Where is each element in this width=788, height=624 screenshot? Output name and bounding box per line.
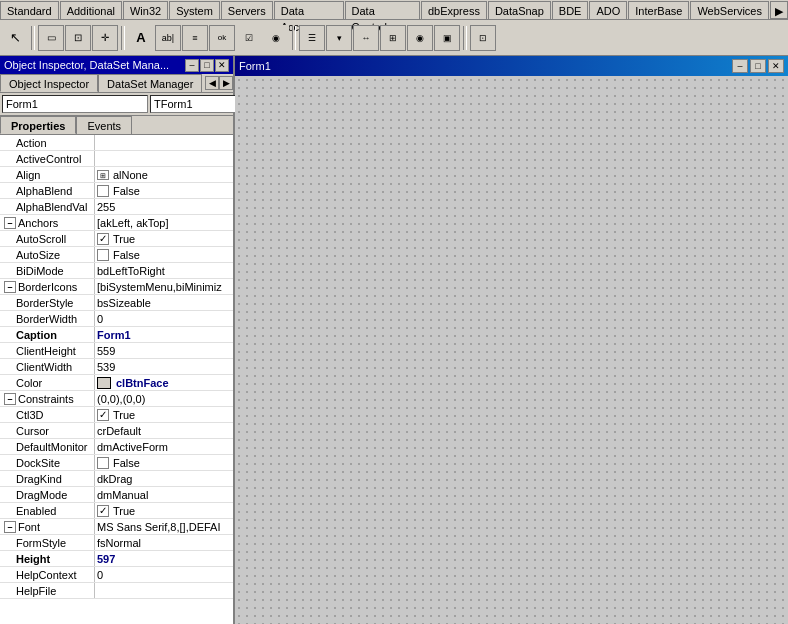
prop-name: AutoScroll — [0, 231, 95, 246]
prop-value: ✓True — [95, 503, 233, 518]
prop-row[interactable]: DragKinddkDrag — [0, 471, 233, 487]
radio-tool[interactable]: ◉ — [263, 25, 289, 51]
form-maximize-btn[interactable]: □ — [750, 59, 766, 73]
prop-value: ⊞alNone — [95, 167, 233, 182]
prop-row[interactable]: AutoScroll✓True — [0, 231, 233, 247]
prop-checkbox[interactable] — [97, 457, 109, 469]
prop-row[interactable]: BiDiModebdLeftToRight — [0, 263, 233, 279]
tab-interbase[interactable]: InterBase — [628, 1, 689, 19]
tool-extra[interactable]: ⊡ — [470, 25, 496, 51]
prop-row[interactable]: –BorderIcons[biSystemMenu,biMinimiz — [0, 279, 233, 295]
tab-datasnap[interactable]: DataSnap — [488, 1, 551, 19]
tab-webservices[interactable]: WebServices — [690, 1, 769, 19]
prop-row[interactable]: Ctl3D✓True — [0, 407, 233, 423]
prop-row[interactable]: FormStylefsNormal — [0, 535, 233, 551]
tab-data-access[interactable]: Data Access — [274, 1, 344, 19]
prop-name: Caption — [0, 327, 95, 342]
prop-row[interactable]: BorderWidth0 — [0, 311, 233, 327]
inspector-maximize-btn[interactable]: □ — [200, 59, 214, 72]
tab-bde[interactable]: BDE — [552, 1, 589, 19]
prop-value: [akLeft, akTop] — [95, 215, 233, 230]
prop-name: HelpContext — [0, 567, 95, 582]
prop-row[interactable]: DragModedmManual — [0, 487, 233, 503]
tool-panel[interactable]: ▣ — [434, 25, 460, 51]
prop-row[interactable]: AlphaBlendVal255 — [0, 199, 233, 215]
prop-name: Ctl3D — [0, 407, 95, 422]
tab-ado[interactable]: ADO — [589, 1, 627, 19]
prop-checkbox[interactable] — [97, 185, 109, 197]
prop-value: Form1 — [95, 327, 233, 342]
button-tool[interactable]: ok — [209, 25, 235, 51]
frame-tool[interactable]: ▭ — [38, 25, 64, 51]
tool-2[interactable]: ⊡ — [65, 25, 91, 51]
prop-row[interactable]: –Anchors[akLeft, akTop] — [0, 215, 233, 231]
prop-row[interactable]: AutoSizeFalse — [0, 247, 233, 263]
prop-expand-icon[interactable]: – — [4, 217, 16, 229]
tab-data-controls[interactable]: Data Controls — [345, 1, 420, 19]
prop-name: AlphaBlend — [0, 183, 95, 198]
prop-name: ClientHeight — [0, 343, 95, 358]
prop-checkbox[interactable]: ✓ — [97, 505, 109, 517]
tool-listbox[interactable]: ☰ — [299, 25, 325, 51]
prop-row[interactable]: ClientHeight559 — [0, 343, 233, 359]
object-name-input[interactable] — [2, 95, 148, 113]
properties-tab[interactable]: Properties — [0, 116, 76, 134]
prop-row[interactable]: –FontMS Sans Serif,8,[],DEFAI — [0, 519, 233, 535]
prop-row[interactable]: CaptionForm1 — [0, 327, 233, 343]
prop-row[interactable]: HelpContext0 — [0, 567, 233, 583]
prop-row[interactable]: CursorcrDefault — [0, 423, 233, 439]
prop-checkbox[interactable]: ✓ — [97, 409, 109, 421]
prop-value: bdLeftToRight — [95, 263, 233, 278]
tab-system[interactable]: System — [169, 1, 220, 19]
tool-scrollbar[interactable]: ↔ — [353, 25, 379, 51]
prop-checkbox[interactable] — [97, 249, 109, 261]
inspector-nav-left[interactable]: ◀ — [205, 76, 219, 90]
prop-row[interactable]: ClientWidth539 — [0, 359, 233, 375]
prop-name: –Font — [0, 519, 95, 534]
prop-name: ActiveControl — [0, 151, 95, 166]
inspector-tab-dataset[interactable]: DataSet Manager — [98, 74, 202, 92]
edit-tool[interactable]: ab| — [155, 25, 181, 51]
form-close-btn[interactable]: ✕ — [768, 59, 784, 73]
main-area: Object Inspector, DataSet Mana... – □ ✕ … — [0, 56, 788, 624]
prop-row[interactable]: HelpFile — [0, 583, 233, 599]
inspector-nav-right[interactable]: ▶ — [219, 76, 233, 90]
checkbox-tool[interactable]: ☑ — [236, 25, 262, 51]
inspector-close-btn[interactable]: ✕ — [215, 59, 229, 72]
prop-row[interactable]: BorderStylebsSizeable — [0, 295, 233, 311]
label-tool[interactable]: A — [128, 25, 154, 51]
memo-tool[interactable]: ≡ — [182, 25, 208, 51]
prop-row[interactable]: ColorclBtnFace — [0, 375, 233, 391]
prop-row[interactable]: AlphaBlendFalse — [0, 183, 233, 199]
prop-expand-icon[interactable]: – — [4, 521, 16, 533]
tab-dbexpress[interactable]: dbExpress — [421, 1, 487, 19]
tab-standard[interactable]: Standard — [0, 1, 59, 19]
prop-row[interactable]: Align⊞alNone — [0, 167, 233, 183]
tool-combo[interactable]: ▾ — [326, 25, 352, 51]
prop-row[interactable]: Enabled✓True — [0, 503, 233, 519]
inspector-tab-object[interactable]: Object Inspector — [0, 74, 98, 92]
tab-servers[interactable]: Servers — [221, 1, 273, 19]
pointer-tool[interactable]: ↖ — [2, 25, 28, 51]
prop-value: [biSystemMenu,biMinimiz — [95, 279, 233, 294]
tab-additional[interactable]: Additional — [60, 1, 122, 19]
prop-checkbox[interactable]: ✓ — [97, 233, 109, 245]
prop-row[interactable]: Action — [0, 135, 233, 151]
tab-win32[interactable]: Win32 — [123, 1, 168, 19]
tool-radiogroup[interactable]: ◉ — [407, 25, 433, 51]
prop-row[interactable]: DefaultMonitordmActiveForm — [0, 439, 233, 455]
prop-row[interactable]: ActiveControl — [0, 151, 233, 167]
inspector-minimize-btn[interactable]: – — [185, 59, 199, 72]
tab-scroll-right[interactable]: ▶ — [770, 1, 788, 19]
tool-3[interactable]: ✛ — [92, 25, 118, 51]
form-minimize-btn[interactable]: – — [732, 59, 748, 73]
prop-expand-icon[interactable]: – — [4, 281, 16, 293]
prop-row[interactable]: Height597 — [0, 551, 233, 567]
prop-name: Enabled — [0, 503, 95, 518]
tool-groupbox[interactable]: ⊞ — [380, 25, 406, 51]
prop-row[interactable]: –Constraints(0,0),(0,0) — [0, 391, 233, 407]
prop-expand-icon[interactable]: – — [4, 393, 16, 405]
prop-row[interactable]: DockSiteFalse — [0, 455, 233, 471]
form-design-surface[interactable] — [235, 76, 788, 624]
events-tab[interactable]: Events — [76, 116, 132, 134]
